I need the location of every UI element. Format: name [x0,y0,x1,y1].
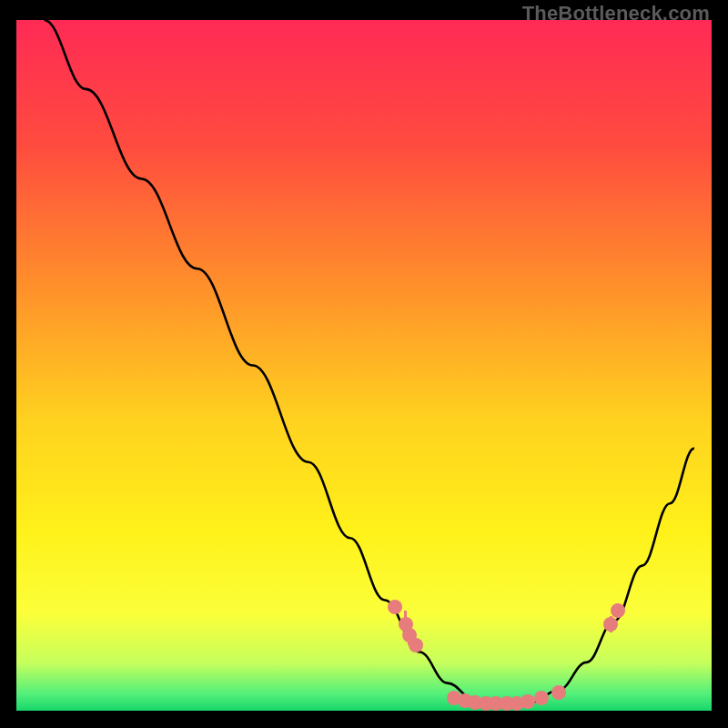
plot-area [16,20,712,711]
chart-root: TheBottleneck.com [0,0,728,728]
svg-rect-0 [16,20,712,711]
background-gradient [16,20,712,711]
watermark-text: TheBottleneck.com [522,2,710,25]
